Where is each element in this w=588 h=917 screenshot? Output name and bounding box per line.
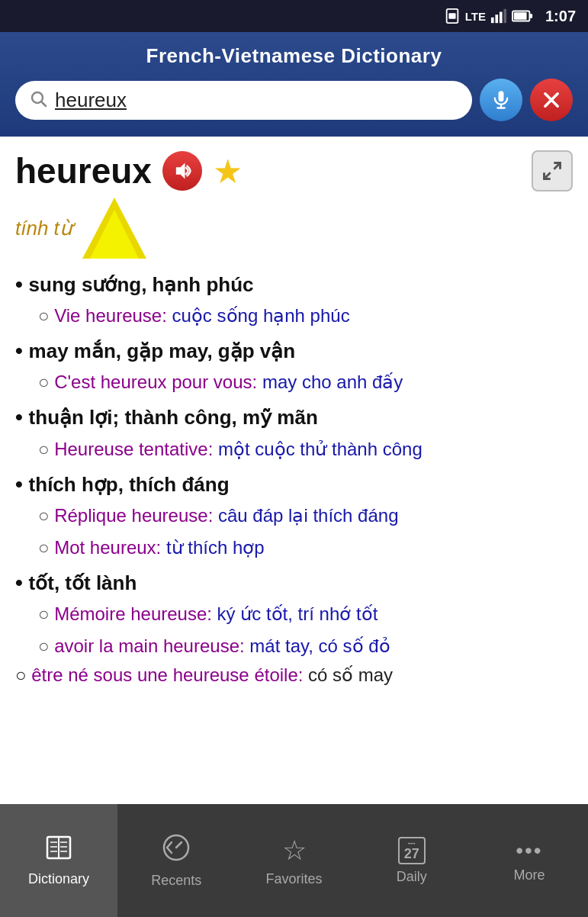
nav-more-label: More — [513, 867, 545, 883]
status-bar: LTE 1:07 — [0, 0, 588, 32]
sound-button[interactable] — [162, 151, 202, 191]
def-4-example-1: Réplique heureuse: câu đáp lại thích đán… — [38, 502, 573, 529]
nav-daily-label: Daily — [397, 869, 427, 885]
sim-icon — [444, 8, 461, 24]
svg-rect-4 — [500, 12, 503, 24]
favorites-icon: ☆ — [282, 835, 307, 867]
def-5-meaning: tốt, tốt lành — [15, 568, 573, 597]
def-2-meaning: may mắn, gặp may, gặp vận — [15, 336, 573, 365]
nav-recents[interactable]: Recents — [117, 804, 235, 917]
daily-badge-num: 27 — [404, 847, 419, 862]
nav-dictionary[interactable]: Dictionary — [0, 804, 117, 917]
lte-label: LTE — [465, 10, 486, 23]
recents-icon — [162, 833, 191, 868]
def-3-example-1: Heureuse tentative: một cuộc thử thành c… — [38, 436, 573, 463]
def-2-ex1-viet-text: may cho anh đấy — [262, 372, 403, 392]
svg-rect-11 — [499, 91, 504, 101]
arrow-indicator — [82, 198, 146, 262]
daily-badge: --- 27 — [398, 837, 426, 864]
cutoff-french: être né sous une heureuse étoile: — [31, 664, 303, 685]
def-4-ex1-french: Réplique heureuse: — [54, 505, 213, 526]
status-icons: LTE 1:07 — [444, 8, 576, 25]
nav-favorites[interactable]: ☆ Favorites — [235, 804, 352, 917]
def-5-ex2-viet-text: mát tay, có số đỏ — [249, 635, 390, 656]
def-5-ex2-french: avoir la main heureuse: — [54, 635, 244, 656]
def-1-meaning: sung sướng, hạnh phúc — [15, 269, 573, 299]
def-4-ex2-french: Mot heureux: — [54, 537, 161, 558]
svg-rect-8 — [529, 14, 532, 18]
def-3-ex1-french: Heureuse tentative: — [54, 439, 213, 459]
cutoff-row: ○ être né sous une heureuse étoile: có s… — [15, 664, 573, 686]
status-time: 1:07 — [545, 8, 576, 25]
definitions-section: sung sướng, hạnh phúc Vie heureuse: cuộc… — [15, 269, 573, 686]
def-5-example-1: Mémoire heureuse: ký ức tốt, trí nhớ tốt — [38, 600, 573, 628]
nav-daily[interactable]: --- 27 Daily — [353, 804, 471, 917]
favorite-star[interactable]: ★ — [213, 152, 243, 191]
def-1-example-1: Vie heureuse: cuộc sống hạnh phúc — [38, 302, 573, 330]
cutoff-viet: có số may — [308, 664, 393, 685]
nav-favorites-label: Favorites — [265, 871, 322, 887]
search-row — [15, 79, 573, 121]
expand-icon — [541, 160, 563, 182]
def-5-example-2: avoir la main heureuse: mát tay, có số đ… — [38, 632, 573, 660]
def-1-ex1-french: Vie heureuse: — [54, 305, 167, 326]
search-icon — [29, 89, 47, 111]
nav-dictionary-label: Dictionary — [28, 871, 89, 887]
svg-rect-3 — [495, 14, 498, 23]
svg-rect-1 — [448, 13, 455, 18]
svg-rect-5 — [503, 9, 506, 23]
dict-content: heureux ★ tính từ — [0, 137, 588, 793]
more-icon: ••• — [516, 838, 542, 863]
app-title: French-Vietnamese Dictionary — [15, 44, 573, 68]
def-5-ex1-viet-text: ký ức tốt, trí nhớ tốt — [217, 603, 378, 624]
def-4-meaning: thích hợp, thích đáng — [15, 469, 573, 499]
search-input[interactable] — [55, 88, 458, 112]
def-2-ex1-french: C'est heureux pour vous: — [54, 372, 257, 392]
def-1-ex1-viet-text: cuộc sống hạnh phúc — [172, 305, 350, 326]
app-header: French-Vietnamese Dictionary — [0, 32, 588, 137]
word-title: heureux — [15, 150, 152, 191]
def-5-ex1-french: Mémoire heureuse: — [54, 603, 212, 624]
def-3-meaning: thuận lợi; thành công, mỹ mãn — [15, 402, 573, 432]
mic-button[interactable] — [480, 79, 522, 121]
svg-line-10 — [42, 101, 47, 106]
battery-icon — [512, 9, 533, 23]
clear-search-button[interactable] — [530, 79, 573, 121]
def-3-ex1-viet-text: một cuộc thử thành công — [218, 439, 423, 459]
book-icon — [44, 835, 73, 867]
signal-icon — [490, 8, 507, 24]
def-4-example-2: Mot heureux: từ thích hợp — [38, 534, 573, 561]
close-icon — [541, 89, 562, 111]
svg-marker-16 — [176, 163, 185, 179]
search-box — [15, 81, 472, 120]
expand-button[interactable] — [532, 150, 573, 191]
def-4-ex1-viet-text: câu đáp lại thích đáng — [218, 505, 399, 526]
nav-recents-label: Recents — [151, 873, 201, 889]
svg-rect-2 — [491, 18, 494, 23]
word-type-row: tính từ — [15, 198, 573, 262]
svg-rect-7 — [514, 12, 527, 19]
word-part-of-speech: tính từ — [15, 217, 72, 240]
mic-icon — [490, 89, 512, 111]
word-header: heureux ★ — [15, 150, 573, 191]
def-4-ex2-viet-text: từ thích hợp — [166, 537, 265, 558]
sound-icon — [172, 160, 193, 182]
bottom-nav: Dictionary Recents ☆ Favorites --- 27 Da… — [0, 804, 588, 917]
nav-more[interactable]: ••• More — [471, 804, 588, 917]
def-2-example-1: C'est heureux pour vous: may cho anh đấy — [38, 368, 573, 396]
